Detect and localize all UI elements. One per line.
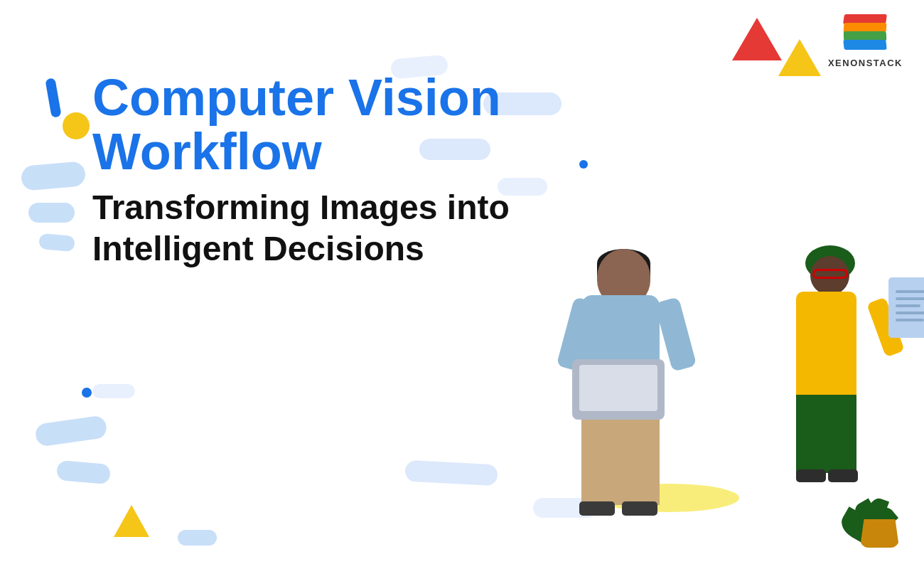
hero-content: Computer Vision Workflow Transforming Im… — [92, 71, 519, 269]
decorative-bottom-1 — [34, 415, 107, 447]
logo-text: XENONSTACK — [828, 58, 903, 68]
decorative-blob-1 — [21, 161, 87, 191]
hero-illustration — [512, 85, 903, 569]
decorative-yellow-triangle-bottom — [114, 505, 149, 537]
woman-pants — [796, 395, 856, 473]
decorative-pill-center-low — [404, 460, 498, 486]
clipboard — [888, 277, 924, 338]
decorative-blob-3 — [38, 233, 75, 252]
decorative-yellow-circle — [63, 112, 90, 139]
woman-glasses — [812, 269, 848, 279]
person-woman — [796, 256, 881, 498]
decorative-blob-2 — [28, 203, 75, 223]
decorative-blue-dot-left — [82, 388, 92, 398]
decorative-blue-pill-left — [45, 78, 61, 118]
person-man — [569, 249, 682, 519]
decorative-white-pill — [92, 384, 135, 398]
plant — [860, 519, 899, 548]
logo-layer-blue — [844, 40, 887, 50]
woman-shoe-right — [828, 469, 858, 482]
hero-subtitle: Transforming Images into Intelligent Dec… — [92, 187, 519, 269]
decorative-bottom-2 — [56, 460, 111, 484]
laptop — [572, 359, 665, 420]
decorative-yellow-triangle-top — [778, 39, 821, 76]
logo-icon — [840, 14, 890, 53]
hero-title-line1: Computer Vision — [92, 71, 519, 125]
hero-title-line2: Workflow — [92, 125, 519, 179]
laptop-screen — [579, 365, 657, 411]
logo-container: XENONSTACK — [828, 14, 903, 68]
man-shoe-left — [579, 501, 615, 516]
decorative-bottom-3 — [178, 530, 217, 546]
decorative-red-triangle — [732, 18, 782, 60]
man-pants — [581, 420, 660, 505]
man-shoe-right — [622, 501, 657, 516]
plant-pot — [860, 519, 899, 548]
woman-shoe-left — [796, 469, 826, 482]
woman-jacket — [796, 292, 856, 398]
